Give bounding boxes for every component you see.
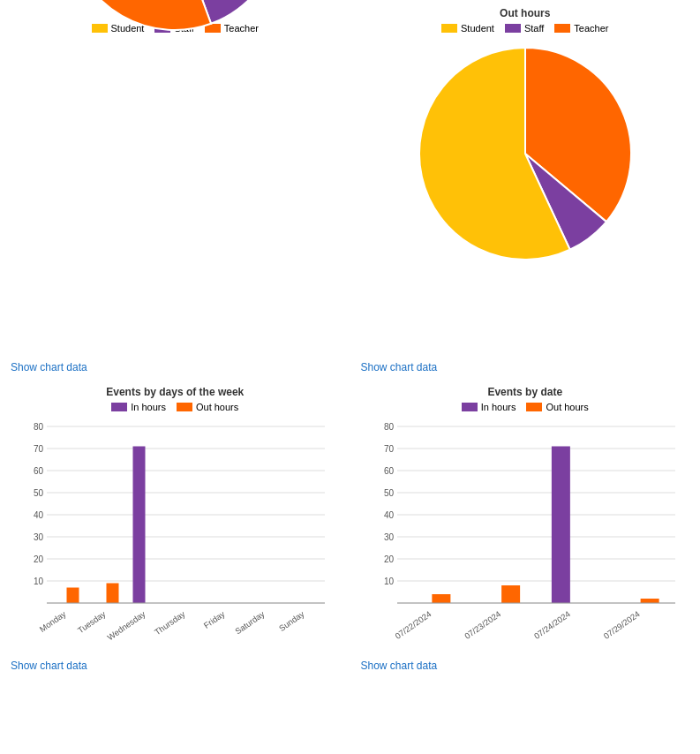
svg-rect-48 bbox=[640, 599, 659, 603]
bar-days-title: Events by days of the week bbox=[106, 386, 244, 398]
legend-out-hours-date: Out hours bbox=[526, 402, 588, 412]
svg-text:50: 50 bbox=[384, 488, 395, 498]
svg-text:Tuesday: Tuesday bbox=[76, 608, 108, 635]
bar-date-title: Events by date bbox=[487, 386, 562, 398]
svg-text:Thursday: Thursday bbox=[153, 608, 187, 637]
pie-in-hours-cell: In hours Student Staff Teacher Show char… bbox=[0, 0, 350, 377]
in-hours-color-date bbox=[462, 403, 478, 411]
svg-text:Wednesday: Wednesday bbox=[106, 608, 147, 642]
bar-days-legend: In hours Out hours bbox=[111, 402, 238, 412]
svg-rect-17 bbox=[133, 447, 146, 604]
legend-label-out-days: Out hours bbox=[196, 402, 238, 412]
legend-item-student2: Student bbox=[441, 23, 494, 34]
bar-date-cell: Events by date In hours Out hours 102030… bbox=[350, 377, 701, 754]
svg-text:Friday: Friday bbox=[202, 608, 227, 630]
pie-in-hours-chart bbox=[60, 0, 290, 39]
legend-label-in-days: In hours bbox=[131, 402, 166, 412]
svg-rect-47 bbox=[501, 585, 520, 603]
svg-text:10: 10 bbox=[384, 577, 395, 586]
svg-text:70: 70 bbox=[384, 444, 395, 454]
svg-rect-18 bbox=[67, 588, 79, 604]
svg-text:70: 70 bbox=[34, 444, 44, 454]
svg-text:Monday: Monday bbox=[38, 608, 68, 634]
svg-text:07/23/2024: 07/23/2024 bbox=[463, 609, 502, 641]
legend-in-hours-days: In hours bbox=[111, 402, 166, 412]
bar-date-show-link[interactable]: Show chart data bbox=[358, 660, 438, 672]
svg-text:30: 30 bbox=[34, 532, 44, 542]
svg-text:07/22/2024: 07/22/2024 bbox=[393, 609, 433, 641]
svg-text:20: 20 bbox=[34, 554, 44, 564]
legend-label-student2: Student bbox=[461, 23, 494, 34]
legend-out-hours-days: Out hours bbox=[177, 402, 238, 412]
legend-label-in-date: In hours bbox=[481, 402, 516, 412]
svg-rect-45 bbox=[552, 447, 570, 604]
bar-days-cell: Events by days of the week In hours Out … bbox=[0, 377, 350, 754]
svg-text:Sunday: Sunday bbox=[277, 608, 306, 633]
pie-out-hours-cell: Out hours Student Staff Teacher Show cha… bbox=[350, 0, 701, 377]
pie-out-hours-title: Out hours bbox=[500, 7, 550, 19]
out-hours-color-date bbox=[526, 403, 542, 411]
bar-date-legend: In hours Out hours bbox=[462, 402, 589, 412]
svg-text:50: 50 bbox=[34, 488, 44, 498]
svg-text:Saturday: Saturday bbox=[233, 608, 267, 636]
svg-text:80: 80 bbox=[384, 422, 395, 432]
legend-label-staff2: Staff bbox=[524, 23, 544, 34]
teacher-color2 bbox=[554, 24, 570, 33]
legend-in-hours-date: In hours bbox=[462, 402, 516, 412]
svg-text:40: 40 bbox=[34, 510, 44, 520]
staff-color2 bbox=[505, 24, 521, 33]
svg-text:60: 60 bbox=[34, 466, 44, 476]
svg-rect-19 bbox=[107, 584, 119, 604]
legend-label-out-date: Out hours bbox=[546, 402, 588, 412]
legend-item-staff2: Staff bbox=[505, 23, 544, 34]
pie-out-hours-legend: Student Staff Teacher bbox=[441, 23, 609, 34]
out-hours-color-days bbox=[177, 403, 192, 411]
svg-text:07/24/2024: 07/24/2024 bbox=[532, 609, 572, 641]
svg-text:07/29/2024: 07/29/2024 bbox=[601, 609, 641, 641]
svg-text:80: 80 bbox=[34, 422, 44, 432]
svg-text:60: 60 bbox=[384, 466, 395, 476]
legend-label-teacher2: Teacher bbox=[574, 23, 608, 34]
bar-date-chart: 102030405060708007/22/202407/23/202407/2… bbox=[366, 418, 684, 656]
dashboard: In hours Student Staff Teacher Show char… bbox=[0, 0, 700, 754]
svg-text:10: 10 bbox=[34, 577, 44, 586]
bar-days-chart: 1020304050607080MondayTuesdayWednesdayTh… bbox=[16, 418, 334, 656]
svg-text:40: 40 bbox=[384, 510, 395, 520]
pie-out-hours-show-link[interactable]: Show chart data bbox=[358, 361, 438, 373]
bar-days-show-link[interactable]: Show chart data bbox=[7, 660, 87, 672]
svg-text:30: 30 bbox=[384, 532, 395, 542]
pie-in-hours-show-link[interactable]: Show chart data bbox=[7, 361, 87, 373]
svg-rect-46 bbox=[432, 594, 450, 603]
student-color2 bbox=[441, 24, 457, 33]
legend-item-teacher2: Teacher bbox=[554, 23, 608, 34]
in-hours-color-days bbox=[111, 403, 127, 411]
pie-out-hours-chart bbox=[410, 39, 640, 268]
svg-text:20: 20 bbox=[384, 554, 395, 564]
